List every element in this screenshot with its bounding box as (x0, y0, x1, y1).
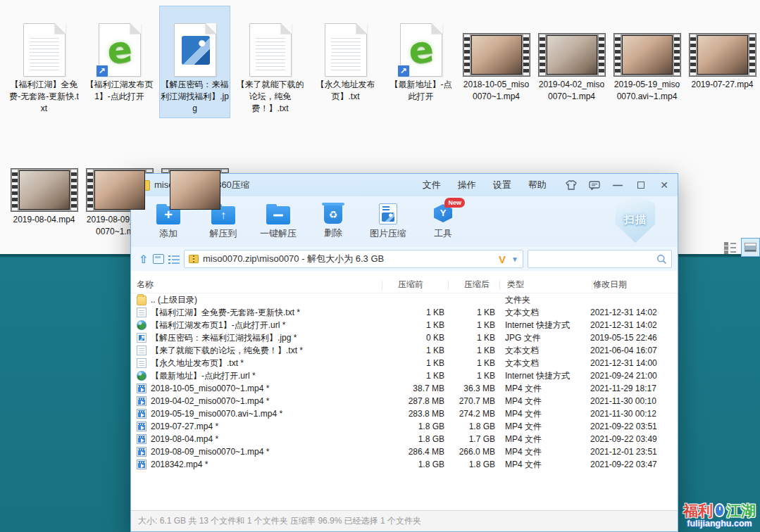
file-row[interactable]: .. (上级目录) 文件夹 (131, 293, 678, 306)
address-bar[interactable]: miso0070.zip\miso0070 - 解包大小为 6.3 GB V ▼ (184, 250, 523, 268)
minimize-button[interactable]: — (611, 179, 624, 191)
file-name: 【解压密码：来福利江湖找福利】.jpg * (151, 332, 297, 344)
desktop-file-icon (538, 33, 606, 77)
file-row[interactable]: 2019-04-02_miso0070~1.mp4 * 287.8 MB 270… (131, 395, 678, 407)
column-name[interactable]: 名称 (137, 279, 382, 291)
toolbar-button-icon (266, 206, 290, 224)
file-type: MP4 文件 (498, 421, 590, 433)
file-row[interactable]: 2019-08-04.mp4 * 1.8 GB 1.7 GB MP4 文件 20… (131, 433, 678, 445)
desktop-icon[interactable]: 【来了就能下载的论坛，纯免费！】.txt (235, 6, 306, 118)
feedback-icon[interactable] (588, 179, 601, 191)
desktop-icon-label: 【福利江湖发布页1】-点此打开 (85, 79, 154, 103)
up-directory-icon[interactable]: ⇧ (138, 251, 149, 267)
menubar: 文件 操作 设置 帮助 (423, 179, 547, 191)
file-row[interactable]: 【永久地址发布页】.txt * 1 KB 1 KB 文本文档 2021-12-3… (131, 357, 678, 369)
address-v-mark: V (499, 253, 506, 265)
file-name: 2019-08-09_miso0070~1.mp4 * (151, 447, 269, 457)
desktop-icon[interactable]: 【永久地址发布页】.txt (310, 6, 381, 118)
status-bar: 大小: 6.1 GB 共 13 个文件和 1 个文件夹 压缩率 96.9% 已经… (131, 510, 678, 531)
file-row[interactable]: 【来了就能下载的论坛，纯免费！】.txt * 1 KB 1 KB 文本文档 20… (131, 344, 678, 357)
maximize-button[interactable] (635, 179, 647, 191)
desktop-icon[interactable]: 【最新地址】-点此打开 (385, 6, 456, 118)
file-type: MP4 文件 (498, 446, 590, 458)
icon-view-icon[interactable] (153, 251, 164, 267)
desktop-icon[interactable]: 2019-08-04.mp4 (8, 141, 80, 241)
toolbar-button[interactable]: 删除 (306, 204, 361, 239)
address-dropdown-icon[interactable]: ▼ (511, 255, 518, 263)
file-name: 2019-05-19_miso0070.avi~1.mp4 * (151, 409, 282, 419)
file-row[interactable]: 【福利江湖发布页1】-点此打开.url * 1 KB 1 KB Internet… (131, 319, 678, 331)
file-type-icon (137, 409, 147, 419)
desktop-icon[interactable]: 【福利江湖发布页1】-点此打开 (84, 6, 155, 118)
close-button[interactable]: ✕ (658, 179, 671, 191)
desktop-icon-label: 【永久地址发布页】.txt (311, 79, 380, 103)
desktop-icon[interactable]: 【福利江湖】全免费-无套路-更新快.txt (8, 6, 80, 118)
file-modified-date: 2019-05-15 22:46 (590, 333, 674, 343)
file-type: 文本文档 (498, 345, 590, 357)
toolbar-button[interactable]: 一键解压 (251, 204, 306, 240)
column-headers: 名称 压缩前 压缩后 类型 修改日期 (131, 277, 678, 293)
file-type-icon (137, 434, 147, 444)
desktop-icon[interactable]: 2019-04-02_miso0070~1.mp4 (536, 6, 607, 118)
toolbar-button-icon (379, 203, 397, 224)
toolbar-button-label: 一键解压 (260, 227, 297, 240)
desktop-file-icon (11, 168, 78, 212)
file-type-icon (137, 371, 147, 381)
theme-skin-icon[interactable] (565, 179, 578, 191)
file-row[interactable]: 【福利江湖】全免费-无套路-更新快.txt * 1 KB 1 KB 文本文档 2… (131, 306, 678, 319)
watermark-text-left: 福利 (683, 503, 713, 518)
file-size-after: 36.3 MB (447, 384, 498, 393)
desktop-icon[interactable]: 2018-10-05_miso0070~1.mp4 (461, 6, 532, 118)
toolbar-button[interactable]: 图片压缩 (361, 203, 416, 240)
file-row[interactable]: 2018342.mp4 * 1.8 GB 1.8 GB MP4 文件 2021-… (131, 458, 678, 471)
desktop-icon[interactable]: 2019-05-19_miso0070.avi~1.mp4 (611, 6, 683, 118)
desktop-file-icon (161, 168, 229, 212)
file-type-icon (137, 460, 147, 469)
file-row[interactable]: 2019-05-19_miso0070.avi~1.mp4 * 283.8 MB… (131, 407, 678, 420)
search-box[interactable] (528, 250, 672, 268)
desktop-file-icon (99, 23, 141, 77)
file-type-icon (137, 447, 147, 457)
file-modified-date: 2021-12-01 23:51 (590, 447, 674, 457)
menu-actions[interactable]: 操作 (458, 179, 476, 191)
column-type[interactable]: 类型 (500, 279, 592, 291)
menu-help[interactable]: 帮助 (528, 179, 547, 191)
search-input[interactable] (532, 254, 656, 265)
list-view-toggle-icon[interactable] (724, 241, 736, 254)
file-type-icon (137, 422, 147, 431)
address-path: miso0070.zip\miso0070 - 解包大小为 6.3 GB (203, 253, 494, 265)
file-size-before: 1 KB (382, 308, 447, 317)
file-modified-date: 2021-12-31 14:02 (590, 308, 674, 317)
file-size-after: 266.0 MB (447, 447, 498, 457)
site-watermark: 福利 江湖 fulijianghu.com (683, 503, 756, 528)
file-name: 2018-10-05_miso0070~1.mp4 * (151, 384, 269, 393)
file-row[interactable]: 2019-08-09_miso0070~1.mp4 * 286.4 MB 266… (131, 445, 678, 458)
desktop-icon[interactable]: 2019-07-27.mp4 (687, 6, 758, 118)
file-list: .. (上级目录) 文件夹 【福利江湖】全免费-无套路-更新快.txt * 1 … (131, 293, 678, 471)
desktop-file-icon (400, 23, 442, 77)
toolbar-button[interactable]: New 工具 (416, 203, 471, 240)
toolbar-button-icon (324, 204, 342, 224)
file-row[interactable]: 【解压密码：来福利江湖找福利】.jpg * 0 KB 1 KB JPG 文件 2… (131, 331, 678, 344)
file-row[interactable]: 2019-07-27.mp4 * 1.8 GB 1.8 GB MP4 文件 20… (131, 420, 678, 433)
column-size-after[interactable]: 压缩后 (449, 279, 499, 291)
toolbar-button-label: 删除 (324, 227, 342, 239)
list-view-icon[interactable] (168, 251, 180, 267)
menu-file[interactable]: 文件 (423, 179, 441, 191)
file-size-before: 1.8 GB (382, 434, 447, 444)
file-row[interactable]: 【最新地址】-点此打开.url * 1 KB 1 KB Internet 快捷方… (131, 369, 678, 382)
file-row[interactable]: 2018-10-05_miso0070~1.mp4 * 38.7 MB 36.3… (131, 382, 678, 395)
watermark-url: fulijianghu.com (683, 519, 756, 528)
desktop-icon-label: 【来了就能下载的论坛，纯免费！】.txt (235, 79, 305, 115)
menu-settings[interactable]: 设置 (493, 179, 511, 191)
desktop-icon-label: 【福利江湖】全免费-无套路-更新快.txt (9, 79, 79, 115)
zip-file-icon-small (189, 255, 199, 263)
status-text: 大小: 6.1 GB 共 13 个文件和 1 个文件夹 压缩率 96.9% 已经… (138, 515, 421, 527)
column-modified-date[interactable]: 修改日期 (592, 279, 677, 291)
toolbar-button-label: 解压到 (210, 227, 237, 240)
desktop-icon[interactable]: 【解压密码：来福利江湖找福利】.jpg (159, 6, 230, 118)
file-name: 【福利江湖】全免费-无套路-更新快.txt * (151, 307, 300, 319)
desktop-icon-label: 2019-04-02_miso0070~1.mp4 (537, 79, 606, 103)
thumbnail-view-toggle-icon[interactable] (741, 238, 760, 257)
column-size-before[interactable]: 压缩前 (382, 279, 448, 291)
